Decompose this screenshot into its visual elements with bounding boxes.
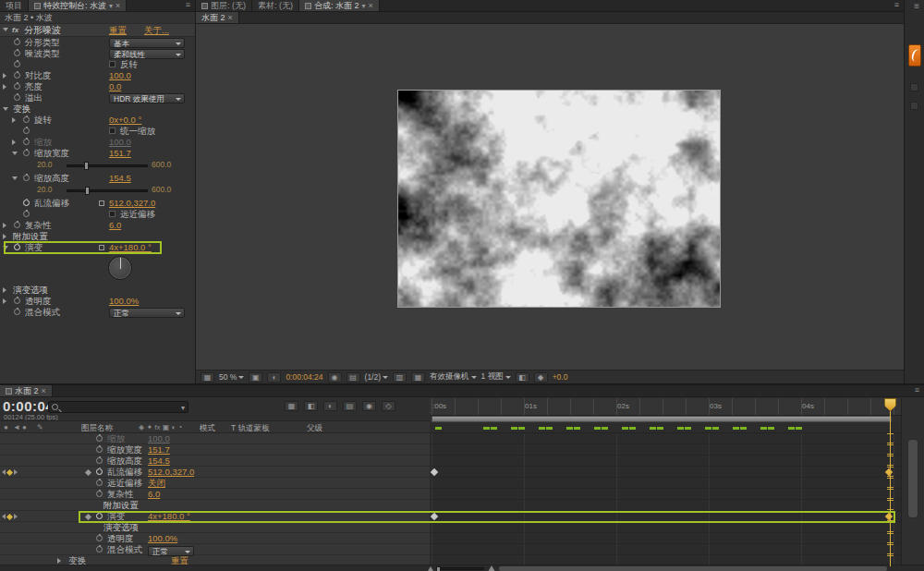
motion-blur-icon[interactable]: ◉ [362, 401, 376, 411]
close-icon[interactable] [116, 1, 120, 10]
fractal-noise-preview[interactable] [397, 90, 721, 308]
timeline-row-track[interactable] [430, 544, 901, 555]
effect-row[interactable]: 变换 [0, 103, 195, 115]
zoom-out-icon[interactable] [428, 566, 433, 571]
stopwatch-icon[interactable] [23, 139, 30, 145]
stopwatch-icon[interactable] [96, 546, 103, 553]
prev-keyframe-icon[interactable] [2, 469, 6, 475]
dropdown[interactable]: 柔和线性 [109, 49, 185, 59]
timeline-search[interactable] [48, 401, 188, 413]
hide-shy-layers-icon[interactable]: ◐ [323, 401, 337, 411]
stopwatch-icon[interactable] [14, 83, 20, 90]
chevron-down-icon[interactable] [109, 1, 113, 10]
stopwatch-icon[interactable] [14, 72, 20, 79]
timeline-row-left[interactable]: 透明度100.0% [0, 533, 430, 544]
tab-project[interactable]: 项目 [0, 0, 29, 11]
timeline-row-left[interactable]: 乱流偏移512.0,327.0 [0, 467, 430, 478]
expand-arrow-icon[interactable] [3, 84, 6, 90]
effect-row[interactable]: 缩放高度154.5 [0, 173, 195, 184]
viewer-timecode[interactable]: 0:00:04:24 [286, 372, 322, 382]
property-value[interactable]: 0x+0.0 ° [109, 115, 141, 126]
stopwatch-icon[interactable] [23, 128, 30, 134]
stopwatch-icon[interactable] [23, 200, 30, 206]
slider-track[interactable] [67, 189, 148, 192]
camera-dropdown[interactable]: 有效摄像机 [430, 371, 477, 383]
property-value[interactable]: 4x+180.0 ° [109, 242, 152, 253]
stopwatch-icon[interactable] [14, 222, 20, 228]
zoom-slider-thumb[interactable] [436, 566, 441, 571]
mask-visibility-icon[interactable]: ◐ [267, 372, 281, 383]
effect-row[interactable]: 分形类型基本 [0, 37, 195, 48]
evolution-dial-control[interactable] [108, 256, 132, 280]
effect-row[interactable]: 透明度100.0% [0, 296, 195, 307]
effect-row[interactable]: 缩放宽度151.7 [0, 148, 195, 159]
effect-row[interactable]: 统一缩放 [0, 126, 195, 137]
panel-menu-icon[interactable] [909, 1, 924, 11]
expand-arrow-icon[interactable] [3, 246, 8, 249]
close-icon[interactable] [42, 386, 46, 395]
property-value[interactable]: 151.7 [148, 444, 170, 456]
effect-row[interactable]: 复杂性6.0 [0, 220, 195, 231]
property-value[interactable]: 512.0,327.0 [148, 467, 194, 478]
zoom-in-icon[interactable] [488, 565, 495, 571]
stopwatch-icon[interactable] [96, 435, 103, 442]
snapshot-icon[interactable]: ◉ [328, 372, 342, 383]
graph-editor-icon[interactable]: ◇ [382, 401, 395, 411]
timeline-row-track[interactable] [430, 478, 901, 489]
collapsed-panel-badge-icon[interactable] [908, 44, 921, 67]
collapsed-panel-icon[interactable] [910, 83, 918, 91]
slider-track[interactable] [67, 164, 148, 167]
work-area-bar[interactable] [432, 416, 892, 422]
property-value[interactable]: 100.0 [109, 70, 131, 81]
expand-arrow-icon[interactable] [12, 176, 18, 180]
about-link[interactable]: 关于... [144, 24, 169, 37]
expand-arrow-icon[interactable] [3, 298, 6, 304]
stopwatch-icon[interactable] [96, 457, 103, 464]
timeline-zoom-slider[interactable] [436, 567, 484, 570]
timeline-row-track[interactable] [430, 467, 901, 478]
stopwatch-icon[interactable] [14, 94, 20, 101]
stopwatch-icon[interactable] [14, 39, 20, 45]
keyframe-navigator[interactable] [2, 511, 18, 522]
slider-min-value[interactable]: 20.0 [37, 184, 53, 195]
effect-row[interactable]: 溢出HDR 效果使用 [0, 92, 195, 103]
property-value[interactable]: 154.5 [148, 456, 170, 467]
horizontal-scrollbar-thumb[interactable] [499, 566, 887, 571]
property-value[interactable]: 151.7 [109, 148, 131, 159]
collapse-arrow-icon[interactable] [3, 28, 8, 31]
timeline-row-left[interactable]: 复杂性6.0 [0, 489, 430, 500]
checkbox[interactable] [109, 128, 116, 134]
timeline-row-left[interactable]: 演变4x+180.0 ° [0, 511, 430, 522]
search-input[interactable] [61, 403, 178, 412]
timeline-row-left[interactable]: 缩放宽度151.7 [0, 444, 430, 456]
property-value[interactable]: 4x+180.0 ° [148, 511, 190, 522]
keyframe-icon[interactable] [431, 513, 438, 520]
slider-max-value[interactable]: 600.0 [152, 159, 171, 170]
effect-row[interactable]: 乱流偏移512.0,327.0 [0, 198, 195, 209]
next-keyframe-icon[interactable] [14, 514, 18, 519]
timeline-row-left[interactable]: 远近偏移关闭 [0, 478, 430, 489]
effect-row[interactable]: 混合模式正常 [0, 307, 195, 318]
keyframe-navigator[interactable] [2, 467, 18, 478]
transparency-grid-icon[interactable]: ▦ [411, 372, 425, 383]
expand-arrow-icon[interactable] [12, 152, 18, 155]
column-parent[interactable]: 父级 [307, 421, 322, 434]
close-icon[interactable] [228, 13, 233, 22]
region-of-interest-icon[interactable]: ▥ [393, 372, 407, 383]
panel-menu-icon[interactable] [910, 385, 924, 396]
effect-row[interactable]: 远近偏移 [0, 209, 195, 220]
effect-row[interactable]: 噪波类型柔和线性 [0, 48, 195, 59]
expand-arrow-icon[interactable] [3, 73, 6, 79]
panel-menu-icon[interactable] [890, 0, 904, 11]
effect-row[interactable]: 演变4x+180.0 ° [0, 242, 195, 253]
stopwatch-icon[interactable] [96, 468, 103, 475]
timeline-row-track[interactable] [430, 489, 901, 500]
property-value[interactable]: 100.0 [109, 137, 131, 148]
keyframe-at-time-icon[interactable] [6, 513, 13, 519]
timeline-row-left[interactable]: 缩放100.0 [0, 433, 430, 444]
timeline-row-left[interactable]: 混合模式正常 [0, 544, 430, 555]
tab-effect-controls[interactable]: 特效控制台: 水波 [29, 0, 127, 11]
effect-row[interactable]: 附加设置 [0, 231, 195, 242]
panel-menu-icon[interactable] [181, 0, 195, 11]
stopwatch-icon[interactable] [96, 513, 103, 519]
